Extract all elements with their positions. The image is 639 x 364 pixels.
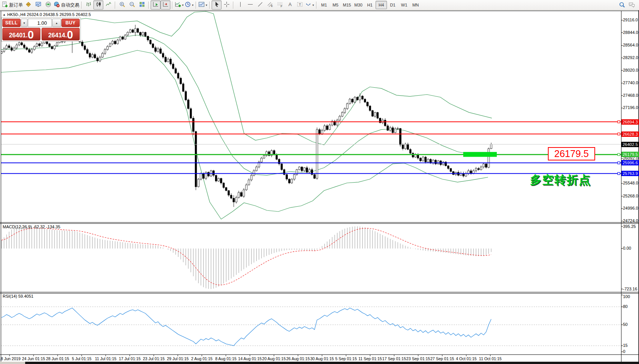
volume-decrease-button[interactable]: ▼ [21, 19, 27, 27]
tab-timeframe-h4[interactable]: H4 [376, 1, 387, 9]
chart-title-bar: ▲HK50-,H4 26324.0 26438.5 26299.5 26402.… [3, 12, 91, 17]
tab-timeframe-mn[interactable]: MN [410, 1, 421, 9]
separator [196, 2, 196, 9]
monitor-chart-icon [35, 1, 42, 9]
autotrade-button[interactable]: 自动交易 [53, 0, 80, 10]
horizontal-line-icon [247, 1, 254, 9]
tab-timeframe-w1[interactable]: W1 [398, 1, 410, 9]
gold-chart-icon [25, 1, 32, 9]
sell-price-base: 26401 [9, 31, 26, 40]
buy-button[interactable]: BUY [61, 19, 80, 27]
buy-price-fraction: 0 [67, 30, 73, 40]
new-order-button[interactable]: 新订单 [1, 0, 23, 10]
line-chart-button[interactable] [103, 0, 113, 10]
zoom-out-icon [129, 1, 135, 9]
separator [233, 2, 234, 9]
collapse-triangle-icon[interactable]: ▲ [3, 13, 6, 16]
line-chart-icon [105, 1, 112, 9]
trendline-button[interactable] [255, 0, 265, 10]
label-t-icon: T [297, 1, 303, 9]
new-order-icon [2, 1, 8, 9]
auto-scroll-icon [153, 1, 159, 9]
trendline-icon [257, 1, 263, 9]
separator [81, 2, 82, 9]
text-button[interactable]: A [285, 0, 295, 10]
text-label-button[interactable]: T [295, 0, 305, 10]
separator [209, 2, 210, 9]
tab-timeframe-d1[interactable]: D1 [387, 1, 398, 9]
svg-text:T: T [299, 2, 301, 6]
crosshair-button[interactable] [222, 0, 231, 10]
zoom-in-icon [119, 1, 125, 9]
candlestick-chart-button[interactable] [93, 0, 103, 10]
add-indicator-icon [175, 1, 181, 9]
separator [115, 2, 116, 9]
vertical-line-icon [237, 1, 244, 9]
chart-shift-button[interactable] [161, 0, 170, 10]
tab-timeframe-m30[interactable]: M30 [353, 1, 364, 9]
tab-timeframe-m1[interactable]: M1 [318, 1, 330, 9]
new-order-label: 新订单 [9, 2, 23, 8]
chevron-down-icon: ▾ [192, 3, 193, 7]
macd-header: MACD(12,26,9) -62.32 -134.35 [3, 224, 60, 229]
separator [148, 2, 149, 9]
clock-icon [185, 1, 191, 9]
tab-timeframe-m5[interactable]: M5 [330, 1, 341, 9]
volume-increase-button[interactable]: ▲ [52, 19, 61, 27]
tab-timeframe-h1[interactable]: H1 [364, 1, 376, 9]
arrows-button[interactable]: ▾ [305, 0, 315, 10]
turning-point-annotation[interactable]: 多空转折点 [530, 172, 591, 188]
text-a-icon: A [287, 1, 293, 9]
one-click-trading-panel: SELL ▼ 1.00 ▲ BUY 26401.0 26414.0 [1, 18, 81, 42]
chat-button[interactable] [627, 1, 637, 10]
new-chart-button[interactable] [23, 0, 33, 10]
search-button[interactable] [617, 1, 627, 10]
buy-price-box[interactable]: 26414.0 [42, 28, 80, 40]
cursor-button[interactable] [212, 0, 222, 10]
signals-button[interactable] [43, 0, 53, 10]
tile-windows-icon [139, 1, 145, 9]
equidistant-channel-button[interactable]: E [265, 0, 275, 10]
autotrade-label: 自动交易 [61, 2, 79, 8]
fibonacci-icon: F [277, 1, 283, 9]
period-clock-button[interactable]: ▾ [184, 0, 194, 10]
search-icon [619, 2, 625, 9]
zoom-in-button[interactable] [117, 0, 127, 10]
auto-scroll-button[interactable] [151, 0, 161, 10]
zoom-out-button[interactable] [127, 0, 137, 10]
fibonacci-button[interactable]: F [275, 0, 285, 10]
signal-icon [45, 1, 51, 9]
crosshair-icon [223, 1, 230, 9]
separator [316, 2, 317, 9]
tile-windows-button[interactable] [137, 0, 147, 10]
svg-text:E: E [271, 4, 273, 8]
chevron-down-icon: ▾ [206, 3, 207, 7]
add-indicator-button[interactable]: ▾ [174, 0, 184, 10]
sell-price-box[interactable]: 26401.0 [2, 28, 40, 40]
arrows-icon [305, 1, 311, 9]
price-callout-label[interactable]: 26179.5 [548, 147, 595, 160]
toolbar: 新订单 自动交易 [0, 0, 639, 10]
cursor-icon [214, 1, 220, 9]
vertical-line-button[interactable] [235, 0, 245, 10]
candlestick-icon [95, 1, 102, 9]
template-icon [198, 1, 205, 9]
chevron-down-icon: ▾ [182, 3, 183, 7]
chat-bubbles-icon [628, 2, 635, 9]
volume-input[interactable]: 1.00 [28, 19, 52, 27]
sell-price-fraction: 0 [27, 30, 34, 40]
sell-button[interactable]: SELL [2, 19, 21, 27]
buy-price-base: 26414 [48, 31, 65, 40]
bar-chart-button[interactable] [83, 0, 93, 10]
trading-terminal: 新订单 自动交易 [0, 0, 639, 364]
autotrade-icon [53, 1, 60, 9]
rsi-header: RSI(14) 59.4051 [3, 294, 34, 298]
svg-text:A: A [288, 2, 292, 7]
profiles-button[interactable] [33, 0, 43, 10]
bar-chart-icon [85, 1, 92, 9]
arrow-up-icon: ▲ [55, 22, 58, 24]
template-button[interactable]: ▾ [198, 0, 208, 10]
horizontal-line-button[interactable] [245, 0, 255, 10]
chart-title: HK50-,H4 26324.0 26438.5 26299.5 26402.5 [7, 12, 91, 17]
tab-timeframe-m15[interactable]: M15 [341, 1, 353, 9]
